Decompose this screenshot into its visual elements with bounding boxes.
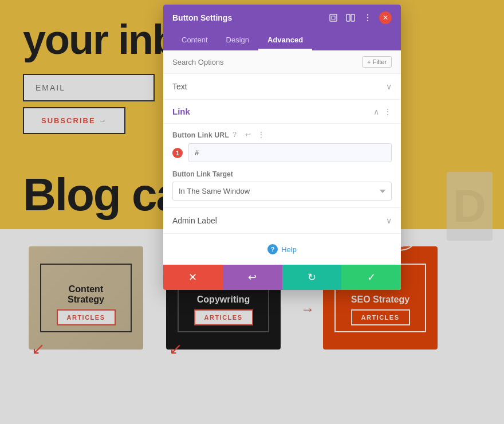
- tab-design[interactable]: Design: [217, 31, 258, 50]
- admin-label-text: Admin Label: [172, 216, 217, 225]
- text-section-chevron: ∨: [386, 82, 392, 91]
- svg-rect-12: [351, 14, 355, 21]
- url-reset-icon[interactable]: ↩: [245, 131, 254, 140]
- modal-header: Button Settings: [163, 5, 401, 31]
- search-options-input[interactable]: [172, 58, 362, 66]
- link-title: Link: [172, 107, 190, 116]
- tab-content[interactable]: Content: [172, 31, 217, 50]
- modal-tabs: Content Design Advanced: [163, 31, 401, 50]
- url-badge: 1: [172, 148, 183, 158]
- split-icon[interactable]: [345, 12, 356, 23]
- svg-rect-10: [332, 16, 335, 19]
- more-icon[interactable]: [362, 12, 373, 23]
- help-row: ? Help: [163, 234, 401, 265]
- filter-button[interactable]: + Filter: [362, 56, 392, 68]
- save-icon: ✓: [367, 271, 376, 284]
- close-button[interactable]: ✕: [379, 11, 392, 24]
- target-select[interactable]: In The Same Window In The New Window: [172, 182, 392, 201]
- link-section: Link ∧ ⋮ Button Link URL ? ↩ ⋮ 1: [163, 100, 401, 208]
- url-help-icon[interactable]: ?: [233, 131, 242, 140]
- svg-point-13: [367, 14, 368, 15]
- svg-rect-9: [330, 14, 337, 21]
- admin-label-row[interactable]: Admin Label ∨: [163, 208, 401, 234]
- undo-icon: ↩: [248, 271, 257, 284]
- target-label: Button Link Target: [172, 170, 392, 178]
- url-input[interactable]: [188, 143, 392, 162]
- link-more-icon[interactable]: ⋮: [384, 107, 392, 116]
- target-select-wrapper: In The Same Window In The New Window: [172, 182, 392, 201]
- help-link[interactable]: Help: [281, 245, 297, 254]
- fullscreen-icon[interactable]: [328, 12, 339, 23]
- modal-header-icons: ✕: [328, 11, 392, 24]
- cancel-action-button[interactable]: ✕: [163, 265, 223, 290]
- modal-search-bar: + Filter: [163, 50, 401, 74]
- svg-point-14: [367, 17, 368, 18]
- save-action-button[interactable]: ✓: [341, 265, 401, 290]
- url-more-icon[interactable]: ⋮: [258, 131, 267, 140]
- redo-action-button[interactable]: ↻: [282, 265, 342, 290]
- modal-title: Button Settings: [172, 13, 232, 22]
- link-body: Button Link URL ? ↩ ⋮ 1 Button Link Targ…: [163, 124, 401, 207]
- text-section-row[interactable]: Text ∨: [163, 74, 401, 100]
- undo-action-button[interactable]: ↩: [223, 265, 282, 290]
- link-header: Link ∧ ⋮: [163, 100, 401, 124]
- tab-advanced[interactable]: Advanced: [258, 31, 312, 50]
- url-field-label: Button Link URL: [172, 131, 229, 139]
- modal-actions: ✕ ↩ ↻ ✓: [163, 265, 401, 290]
- help-icon: ?: [267, 244, 278, 254]
- admin-label-chevron: ∨: [386, 216, 392, 225]
- modal-panel: Button Settings: [163, 5, 401, 290]
- link-collapse-icon[interactable]: ∧: [373, 107, 379, 116]
- url-input-row: 1: [172, 143, 392, 162]
- link-header-icons: ∧ ⋮: [373, 107, 392, 116]
- svg-point-15: [367, 20, 368, 21]
- cancel-icon: ✕: [188, 271, 197, 284]
- svg-rect-11: [346, 14, 350, 21]
- redo-icon: ↻: [308, 271, 316, 284]
- modal-body: Text ∨ Link ∧ ⋮ Button Link URL ? ↩ ⋮: [163, 74, 401, 265]
- text-section-label: Text: [172, 82, 187, 91]
- url-label-row: Button Link URL ? ↩ ⋮: [172, 131, 392, 140]
